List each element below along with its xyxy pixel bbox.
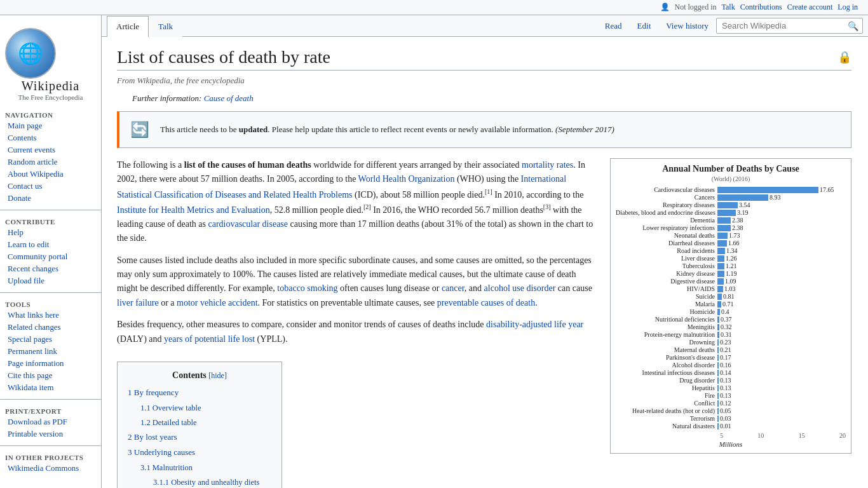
chart-bar-value: 1.09	[725, 278, 736, 285]
chart-bar	[717, 202, 738, 208]
sidebar-item-donate[interactable]: Donate	[0, 193, 101, 205]
sidebar-item-special-pages[interactable]: Special pages	[0, 334, 101, 346]
tobacco-smoking-link[interactable]: tobacco smoking	[277, 283, 337, 293]
chart-bar	[717, 355, 719, 361]
cancer-link[interactable]: cancer	[442, 283, 465, 293]
sidebar-item-recent-changes[interactable]: Recent changes	[0, 263, 101, 275]
chart-row: Homicide 0.4	[616, 308, 846, 315]
create-account-link[interactable]: Create account	[787, 3, 833, 12]
sidebar-item-contents[interactable]: Contents	[0, 132, 101, 144]
chart-bar	[717, 194, 768, 201]
sidebar-item-random-article[interactable]: Random article	[0, 156, 101, 168]
contributions-link[interactable]: Contributions	[740, 3, 782, 12]
chart-bar-value: 1.19	[726, 270, 737, 277]
chart-row: Heat-related deaths (hot or cold) 0.05	[616, 407, 846, 414]
sidebar-item-current-events[interactable]: Current events	[0, 144, 101, 156]
chart-bar-wrap: 2.38	[717, 217, 846, 224]
sidebar-item-help[interactable]: Help	[0, 227, 101, 239]
alcohol-use-disorder-link[interactable]: alcohol use disorder	[484, 283, 556, 293]
chart-bar-value: 0.13	[720, 392, 731, 399]
contents-item-1-2: 1.2 Detailed table	[128, 416, 271, 429]
icd-link[interactable]: International Statistical Classification…	[117, 174, 566, 199]
chart-bar-wrap: 1.73	[717, 232, 846, 239]
tab-read[interactable]: Read	[597, 16, 630, 36]
chart-bar	[717, 309, 720, 315]
who-link[interactable]: World Health Organization	[358, 174, 455, 184]
chart-bar-value: 2.38	[732, 224, 743, 231]
chart-bar	[717, 324, 719, 330]
top-bar: 👤 Not logged in Talk Contributions Creat…	[0, 0, 868, 15]
tab-talk[interactable]: Talk	[149, 16, 182, 37]
contents-link-obesity[interactable]: 3.1.1 Obesity and unhealthy diets	[153, 478, 259, 487]
sidebar-item-page-information[interactable]: Page information	[0, 358, 101, 370]
preventable-causes-link[interactable]: preventable causes of death	[437, 298, 535, 308]
chart-row: Kidney disease 1.19	[616, 270, 846, 277]
chart-row-label: Lower respiratory infections	[616, 224, 717, 231]
sidebar-item-wikimedia-commons[interactable]: Wikimedia Commons	[0, 463, 101, 475]
chart-bar-value: 3.19	[737, 209, 749, 216]
chart-bar-wrap: 1.34	[717, 247, 846, 254]
chart-bar	[717, 377, 719, 384]
tab-actions: Read Edit View history 🔍	[597, 15, 868, 36]
sidebar-item-community-portal[interactable]: Community portal	[0, 251, 101, 263]
contents-title: Contents [hide]	[128, 369, 271, 383]
article-text: The following is a list of the causes of…	[117, 158, 597, 488]
cardiovascular-disease-link[interactable]: cardiovascular disease	[208, 219, 288, 229]
contents-link-by-frequency[interactable]: 1 By frequency	[128, 388, 179, 397]
search-input[interactable]	[719, 20, 846, 32]
chart-row: Malaria 0.71	[616, 301, 846, 308]
chart-row: Drowning 0.23	[616, 339, 846, 346]
sidebar-item-permanent-link[interactable]: Permanent link	[0, 346, 101, 358]
contents-link-by-lost-years[interactable]: 2 By lost years	[128, 432, 177, 442]
ypll-link[interactable]: years of potential life lost	[164, 334, 255, 344]
sidebar-item-learn-to-edit[interactable]: Learn to edit	[0, 239, 101, 251]
tab-edit[interactable]: Edit	[630, 16, 659, 36]
chart-bar-value: 17.65	[820, 186, 834, 193]
contents-link-detailed-table[interactable]: 1.2 Detailed table	[140, 418, 197, 427]
sidebar-item-wikidata-item[interactable]: Wikidata item	[0, 382, 101, 394]
chart-row-label: HIV/AIDS	[616, 285, 717, 292]
content-wrap: Article Talk Read Edit View history 🔍 Li…	[102, 15, 868, 488]
sidebar: 🌐 Wikipedia The Free Encyclopedia Naviga…	[0, 15, 102, 488]
chart-bar-wrap: 8.93	[717, 194, 846, 201]
sidebar-item-what-links-here[interactable]: What links here	[0, 309, 101, 322]
liver-failure-link[interactable]: liver failure	[117, 298, 159, 308]
contents-link-malnutrition[interactable]: 3.1 Malnutrition	[140, 463, 193, 472]
contents-toggle[interactable]: [hide]	[208, 371, 227, 380]
sidebar-item-contact-us[interactable]: Contact us	[0, 180, 101, 193]
chart-bar-wrap: 3.19	[717, 209, 846, 216]
chart-bar-value: 0.16	[720, 362, 731, 369]
chart-row-label: Cardiovascular diseases	[616, 186, 717, 193]
cause-of-death-link[interactable]: Cause of death	[204, 93, 254, 103]
daly-link[interactable]: disability-adjusted life year	[486, 320, 583, 329]
chart-row-label: Malaria	[616, 301, 717, 308]
sidebar-item-upload-file[interactable]: Upload file	[0, 275, 101, 287]
chart-row-label: Suicide	[616, 293, 717, 300]
chart-bar	[717, 400, 719, 407]
sidebar-item-printable-version[interactable]: Printable version	[0, 428, 101, 440]
sidebar-item-about-wikipedia[interactable]: About Wikipedia	[0, 168, 101, 180]
sidebar-item-download-pdf[interactable]: Download as PDF	[0, 416, 101, 428]
chart-row-label: Protein-energy malnutrition	[616, 331, 717, 338]
talk-link[interactable]: Talk	[722, 3, 735, 12]
chart-bar-value: 0.05	[720, 407, 731, 414]
log-in-link[interactable]: Log in	[837, 3, 858, 12]
contents-link-underlying-causes[interactable]: 3 Underlying causes	[128, 447, 195, 457]
sidebar-divider-4	[0, 445, 101, 446]
mortality-rates-link[interactable]: mortality rates	[522, 160, 573, 170]
tab-view-history[interactable]: View history	[658, 16, 716, 36]
chart-row-label: Fire	[616, 392, 717, 399]
chart-row: Lower respiratory infections 2.38	[616, 224, 846, 231]
sidebar-item-cite-this-page[interactable]: Cite this page	[0, 370, 101, 382]
tab-article[interactable]: Article	[107, 16, 149, 37]
ihme-link[interactable]: Institute for Health Metrics and Evaluat…	[117, 205, 270, 214]
chart-bar-value: 0.31	[721, 331, 732, 338]
chart-bar-value: 1.26	[726, 255, 737, 262]
motor-vehicle-accident-link[interactable]: motor vehicle accident	[177, 298, 258, 308]
search-button[interactable]: 🔍	[846, 21, 860, 31]
sidebar-item-related-changes[interactable]: Related changes	[0, 322, 101, 334]
contribute-header: Contribute	[0, 215, 101, 227]
chart-row-label: Kidney disease	[616, 270, 717, 277]
contents-link-overview-table[interactable]: 1.1 Overview table	[140, 403, 201, 412]
sidebar-item-main-page[interactable]: Main page	[0, 120, 101, 132]
